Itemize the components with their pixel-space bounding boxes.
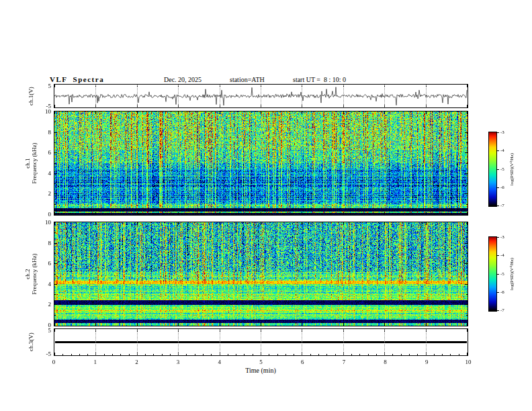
axis-minor-tick [466,183,468,184]
colorbar-ch2-tick [497,237,499,238]
x-tick-label: 10 [466,359,472,365]
colorbar-ch2-tick-label: -7 [500,308,504,313]
axis-minor-tick [228,354,228,355]
axis-minor-tick [54,253,56,254]
p3-y-axis-title-line2: Frequency (kHz) [31,253,38,294]
axis-tick [137,222,138,225]
colorbar-ch1-tick-label: -4 [500,148,504,153]
minute-grid-line [302,85,302,107]
axis-minor-tick [466,253,468,254]
minute-grid-line [95,329,96,355]
axis-tick [467,329,468,332]
axis-minor-tick [203,354,204,355]
axis-minor-tick [466,315,468,316]
minute-grid-line [261,85,261,107]
colorbar-ch1-tick [497,169,499,170]
axis-minor-tick [87,354,88,355]
cb2-canvas [489,237,496,311]
axis-minor-tick [294,354,294,355]
axis-minor-tick [170,354,171,355]
colorbar-ch1 [488,132,497,207]
axis-minor-tick [54,122,56,122]
axis-tick [467,353,468,355]
colorbar-ch1-tick [497,187,499,188]
axis-tick [137,111,138,114]
minute-grid-line [95,85,96,107]
x-tick-label: 4 [218,359,222,365]
axis-tick [465,284,468,285]
axis-tick [467,105,468,107]
axis-tick [465,304,468,305]
axis-tick [54,243,57,244]
p1-y-axis-title: ch.1(V) [28,87,34,105]
axis-tick [54,132,57,133]
colorbar-ch1-tick-label: -5 [500,167,504,172]
axis-minor-tick [466,274,468,275]
p2-y-axis-title: ch.1 Frequency (kHz) [24,142,38,183]
minute-grid-line [137,85,138,107]
axis-tick [384,111,385,114]
x-tick-label: 9 [425,359,429,365]
axis-tick [54,284,57,285]
axis-minor-tick [466,122,468,122]
axis-minor-tick [466,142,468,143]
axis-minor-tick [71,354,72,355]
y-tick-label: 10 [39,219,51,226]
axis-tick [302,323,302,326]
p1-ymax-label: 5 [39,83,51,89]
colorbar-ch1-tick-label: -3 [500,130,504,135]
axis-tick [426,323,427,326]
axis-minor-tick [145,354,146,355]
axis-minor-tick [359,354,360,355]
axis-minor-tick [54,142,56,143]
axis-minor-tick [54,163,56,164]
axis-tick [220,212,220,215]
axis-tick [95,111,96,114]
y-tick-label: 2 [39,190,51,197]
x-tick-label: 1 [93,359,97,365]
minute-grid-line [178,329,179,355]
axis-minor-tick [466,204,468,205]
axis-minor-tick [310,354,311,355]
axis-tick [261,222,261,225]
p2-y-axis-title-line2: Frequency (kHz) [31,142,38,183]
minute-grid-line [220,85,220,107]
minute-grid-line [384,85,385,107]
axis-tick [54,85,55,87]
axis-minor-tick [417,354,418,355]
axis-tick [137,323,138,326]
axis-tick [465,152,468,153]
axis-minor-tick [285,354,286,355]
axis-minor-tick [335,354,336,355]
axis-minor-tick [153,354,154,355]
axis-tick [467,212,468,215]
axis-tick [343,323,344,326]
axis-tick [54,323,55,326]
axis-tick [426,111,427,114]
axis-minor-tick [409,354,410,355]
axis-tick [261,111,261,114]
axis-tick [467,85,468,87]
axis-tick [302,222,302,225]
axis-tick [343,111,344,114]
axis-tick [54,263,57,264]
axis-minor-tick [236,354,236,355]
x-tick-label: 5 [259,359,263,365]
colorbar-ch2 [488,236,497,312]
axis-minor-tick [54,274,56,275]
p3-y-axis-title-line1: ch.2 [24,253,31,294]
axis-minor-tick [351,354,352,355]
y-tick-label: 4 [39,170,51,177]
axis-minor-tick [466,294,468,295]
axis-minor-tick [318,354,319,355]
axis-minor-tick [54,294,56,295]
x-tick-label: 2 [135,359,138,365]
axis-minor-tick [392,354,393,355]
axis-minor-tick [54,204,56,205]
colorbar-ch2-tick-label: -6 [500,289,504,295]
axis-tick [54,304,57,305]
axis-minor-tick [466,232,468,233]
x-tick-label: 3 [177,359,180,365]
axis-minor-tick [253,354,253,355]
axis-minor-tick [186,354,187,355]
